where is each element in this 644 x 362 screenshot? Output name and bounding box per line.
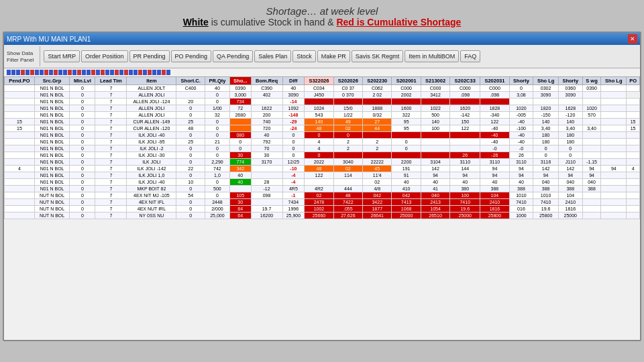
table-cell: C390 bbox=[251, 85, 282, 92]
table-cell: 27,626 bbox=[333, 213, 362, 219]
stock-button[interactable]: Stock bbox=[292, 50, 316, 62]
table-cell: N01 N BOL bbox=[34, 186, 69, 192]
table-cell: 94 bbox=[509, 172, 533, 179]
table-cell: 94 bbox=[480, 166, 509, 172]
table-cell bbox=[582, 152, 601, 159]
table-cell: 7 bbox=[95, 139, 127, 145]
table-cell: 0 bbox=[205, 99, 229, 105]
table-cell: N01 N BOL bbox=[34, 132, 69, 139]
table-cell: 7 bbox=[95, 112, 127, 119]
table-cell bbox=[421, 152, 449, 159]
table-cell: 1620 bbox=[450, 105, 480, 112]
table-cell: 72 bbox=[230, 105, 252, 112]
table-cell: 144 bbox=[450, 166, 480, 172]
table-cell: 2448 bbox=[205, 199, 229, 206]
table-cell: -29 bbox=[282, 119, 305, 125]
table-cell bbox=[627, 99, 640, 105]
multibom-button[interactable]: Item in MultiBOM bbox=[405, 50, 459, 62]
table-cell: 0 bbox=[205, 145, 229, 152]
savis-sk-button[interactable]: Savis SK Regmt bbox=[352, 50, 404, 62]
table-cell: ALLEN JOLI -124 bbox=[127, 99, 176, 105]
table-cell bbox=[627, 85, 640, 92]
table-cell bbox=[627, 199, 640, 206]
table-cell: NUT N BOL bbox=[34, 206, 69, 213]
table-cell: 0 bbox=[533, 145, 559, 152]
table-cell bbox=[480, 99, 509, 105]
table-cell bbox=[601, 159, 627, 166]
table-cell: 0 bbox=[70, 119, 95, 125]
table-cell: 1816 bbox=[558, 206, 582, 213]
po-pending-button[interactable]: PO Pending bbox=[171, 50, 212, 62]
table-cell: NUT N BOL bbox=[34, 192, 69, 199]
col-bom-req: Bom.Req bbox=[251, 77, 282, 85]
table-cell: 0 bbox=[176, 199, 205, 206]
progress-seg bbox=[101, 70, 105, 75]
col-s213002: S213002 bbox=[421, 77, 449, 85]
table-cell: 02 bbox=[333, 166, 362, 172]
table-cell: 792 bbox=[251, 139, 282, 145]
table-cell: 2478 bbox=[305, 199, 333, 206]
col-s-wg: S wg bbox=[582, 77, 601, 85]
page-title: Shortage… at week level bbox=[0, 5, 644, 17]
progress-seg bbox=[25, 70, 30, 75]
table-cell: 1092 bbox=[282, 105, 305, 112]
table-cell bbox=[582, 192, 601, 199]
make-pr-button[interactable]: Make PR bbox=[317, 50, 350, 62]
toolbar: Show Data Filter Panel Start MRP Order P… bbox=[4, 45, 640, 68]
close-button[interactable]: ✕ bbox=[628, 34, 637, 44]
col-sho-lg1: Sho Lg bbox=[533, 77, 559, 85]
table-cell: 105 bbox=[230, 192, 252, 199]
table-cell: 0 bbox=[176, 159, 205, 166]
table-cell: 7 bbox=[95, 99, 127, 105]
table-cell: 40 bbox=[230, 179, 252, 186]
table-cell: 080 bbox=[230, 132, 252, 139]
order-position-button[interactable]: Order Position bbox=[81, 50, 128, 62]
table-cell: 388 bbox=[582, 186, 601, 192]
table-cell: NUT N BOL bbox=[34, 199, 69, 206]
table-cell: 2410 bbox=[480, 199, 509, 206]
table-cell: 7413 bbox=[392, 199, 421, 206]
table-cell: 25660 bbox=[305, 213, 333, 219]
table-cell: 0 bbox=[205, 92, 229, 99]
table-cell: 95 bbox=[392, 119, 421, 125]
data-table-container[interactable]: Pend.PO Src.Grp Min.Lvl Lead Tim Item Sh… bbox=[4, 76, 640, 337]
table-cell: 3422 bbox=[363, 199, 392, 206]
table-cell bbox=[305, 99, 333, 105]
table-cell: -40 bbox=[480, 125, 509, 132]
start-mrp-button[interactable]: Start MRP bbox=[44, 50, 80, 62]
table-cell: 3412 bbox=[421, 92, 449, 99]
table-cell: 25800 bbox=[480, 213, 509, 219]
table-cell: 180 bbox=[533, 132, 559, 139]
sales-plan-button[interactable]: Sales Plan bbox=[254, 50, 291, 62]
col-sho-lg2: Sho Lg bbox=[601, 77, 627, 85]
table-cell: 4/8 bbox=[363, 186, 392, 192]
table-cell bbox=[450, 145, 480, 152]
table-cell: 040 bbox=[421, 192, 449, 199]
table-cell: -14 bbox=[282, 99, 305, 105]
table-cell: -100 bbox=[509, 125, 533, 132]
table-row: NUT N BOL074EX NIT IFL024483074342478742… bbox=[5, 199, 640, 206]
progress-seg bbox=[54, 70, 58, 75]
table-cell bbox=[5, 85, 35, 92]
progress-seg bbox=[7, 70, 11, 75]
main-window: MRP With MU MAIN PLAN1 ✕ Show Data Filte… bbox=[3, 32, 641, 341]
table-cell: 0 bbox=[176, 213, 205, 219]
faq-button[interactable]: FAQ bbox=[460, 50, 480, 62]
table-cell bbox=[601, 145, 627, 152]
table-cell bbox=[392, 132, 421, 139]
table-cell bbox=[251, 166, 282, 172]
table-cell bbox=[251, 99, 282, 105]
table-cell: 30 bbox=[230, 152, 252, 159]
qa-pending-button[interactable]: QA Pending bbox=[213, 50, 253, 62]
table-cell bbox=[5, 172, 35, 179]
table-cell: 1996 bbox=[282, 206, 305, 213]
table-cell bbox=[627, 139, 640, 145]
pr-pending-button[interactable]: PR Pending bbox=[129, 50, 170, 62]
table-cell: 140 bbox=[558, 119, 582, 125]
table-cell: 740 bbox=[251, 119, 282, 125]
table-cell: .098 bbox=[480, 92, 509, 99]
table-cell: 0 bbox=[176, 112, 205, 119]
table-cell: -120 bbox=[558, 112, 582, 119]
table-cell: 28 bbox=[251, 179, 282, 186]
table-cell: 104 bbox=[558, 192, 582, 199]
